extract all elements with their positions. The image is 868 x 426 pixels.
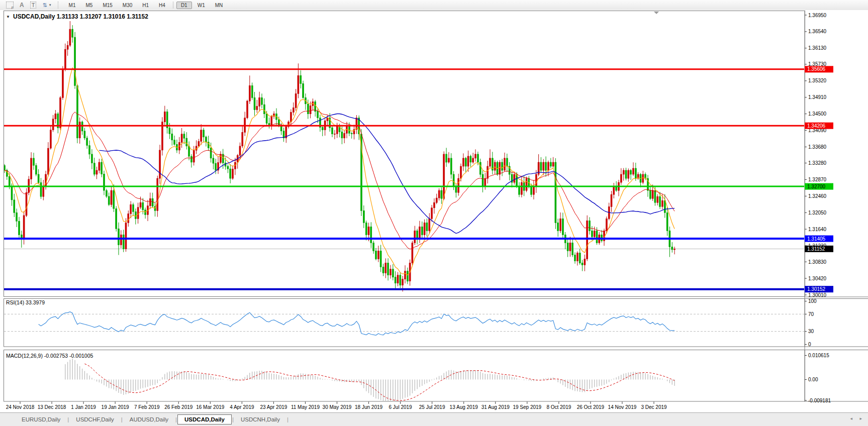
symbol-ohlc-title: USDCAD,Daily 1.31133 1.31207 1.31016 1.3… [13,13,148,20]
top-toolbar: F A T ⇅ ▼ M1M5M15M30H1H4D1W1MN [0,0,868,11]
macd-pane-border [4,350,805,402]
period-separators-icon[interactable]: F [6,2,14,9]
tab-audusd[interactable]: AUDUSD,Daily [123,415,175,424]
price-tick-label: 1.30420 [808,276,827,281]
toolbar-separator [58,2,61,9]
price-plate-1.31405: 1.31405 [805,236,833,242]
timeframe-button-m30[interactable]: M30 [118,2,137,9]
tab-separator: | [286,416,289,422]
price-tick-label: 1.36950 [808,13,827,18]
price-tick-label: 1.34910 [808,94,827,100]
rsi-axis-label: 30 [808,329,814,334]
svg-text:1.31152: 1.31152 [807,246,825,252]
svg-text:1.32700: 1.32700 [807,184,826,189]
rsi-pane[interactable]: RSI(14) 33.397910070300 [4,298,817,347]
macd-label: MACD(12,26,9) -0.002753 -0.001005 [6,353,93,359]
macd-histogram [65,359,674,401]
macd-axis-label: 0.00 [808,377,818,382]
timeframe-button-m15[interactable]: M15 [98,2,117,9]
tab-scroll-arrows[interactable]: ◂ ▸ [850,416,865,421]
price-plate-1.35606: 1.35606 [805,66,833,72]
cycle-arrows-button[interactable]: ⇅ ▼ [42,2,51,9]
ma-fast-line [5,68,674,275]
date-tick-label: 26 Feb 2019 [164,404,193,410]
chart-window[interactable]: ▼USDCAD,Daily 1.31133 1.31207 1.31016 1.… [0,10,868,412]
price-axis[interactable]: 1.369501.365401.361301.357301.353201.349… [805,13,833,298]
date-tick-label: 8 Oct 2019 [546,404,571,410]
cycle-arrows-icon: ⇅ [42,2,47,9]
price-plate-1.34206: 1.34206 [805,123,833,129]
timeframe-button-w1[interactable]: W1 [193,2,210,9]
date-tick-label: 11 May 2019 [291,404,320,410]
price-plate-1.30152: 1.30152 [805,286,833,292]
macd-axis-label: -0.009181 [808,398,831,403]
dropdown-caret-icon: ▼ [49,4,52,7]
symbol-dropdown-icon[interactable]: ▼ [6,15,10,19]
price-tick-label: 1.33680 [808,144,827,150]
price-plate-1.32700: 1.32700 [805,183,833,190]
date-tick-label: 16 Mar 2019 [196,404,225,410]
tab-usdcnh[interactable]: USDCNH,Daily [234,415,286,424]
candlesticks [4,21,676,292]
letter-t-icon[interactable]: T [30,2,37,9]
date-tick-label: 24 Nov 2018 [6,404,35,410]
macd-axis-label: 0.010615 [808,353,829,358]
current-price-plate: 1.31152 [805,246,833,252]
chart-title: ▼USDCAD,Daily 1.31133 1.31207 1.31016 1.… [6,13,148,20]
rsi-line [39,312,675,336]
price-tick-label: 1.33280 [808,160,827,166]
svg-text:1.30152: 1.30152 [807,286,826,292]
date-tick-label: 26 Oct 2019 [577,404,605,410]
timeframe-button-group: M1M5M15M30H1H4D1W1MN [64,2,228,9]
rsi-pane-border [4,299,805,347]
date-tick-label: 14 Nov 2019 [608,404,637,410]
date-tick-label: 6 Jul 2019 [389,404,413,410]
main-pane-border [4,11,805,297]
ma-slow-line [99,114,674,234]
date-tick-label: 19 Sep 2019 [513,404,541,410]
price-tick-label: 1.36130 [808,45,827,51]
timeframe-button-h1[interactable]: H1 [138,2,153,9]
price-tick-label: 1.30010 [808,292,827,298]
price-tick-label: 1.31640 [808,227,827,232]
rsi-label: RSI(14) 33.3979 [6,299,45,305]
tab-eurusd[interactable]: EURUSD,Daily [15,415,67,424]
date-tick-label: 7 Feb 2019 [134,404,160,410]
price-tick-label: 1.32870 [808,177,827,182]
letter-a-icon[interactable]: A [20,2,24,9]
timeframe-button-m1[interactable]: M1 [64,2,80,9]
macd-signal-line [84,364,674,400]
tab-usdcad[interactable]: USDCAD,Daily [177,414,232,424]
timeframe-button-h4[interactable]: H4 [154,2,170,9]
date-tick-label: 31 Aug 2019 [481,404,510,410]
date-tick-label: 4 Apr 2019 [230,404,254,410]
date-tick-label: 23 Apr 2019 [260,404,287,410]
date-tick-label: 3 Dec 2019 [641,404,667,410]
date-tick-label: 1 Jan 2019 [71,404,96,410]
price-tick-label: 1.32460 [808,193,827,199]
rsi-axis-label: 70 [808,311,814,317]
price-tick-label: 1.36540 [808,29,827,34]
price-tick-label: 1.34500 [808,111,827,117]
svg-text:1.35606: 1.35606 [807,66,826,72]
chart-tab-bar: EURUSD,Daily|USDCHF,Daily|AUDUSD,Daily|U… [0,412,868,426]
date-tick-label: 18 Jun 2019 [355,404,382,410]
date-tick-label: 13 Aug 2019 [450,404,478,410]
timeframe-button-mn[interactable]: MN [211,2,228,9]
main-pane[interactable] [4,21,805,292]
svg-text:1.31405: 1.31405 [807,236,826,242]
price-tick-label: 1.35320 [808,78,827,83]
scroll-position-marker-icon [654,12,659,14]
date-tick-label: 19 Jan 2019 [102,404,129,410]
svg-text:1.34206: 1.34206 [807,123,826,129]
timeframe-button-m5[interactable]: M5 [81,2,97,9]
date-tick-label: 25 Jul 2019 [419,404,445,410]
timeframe-button-d1[interactable]: D1 [176,2,192,9]
date-axis[interactable]: 24 Nov 201813 Dec 20181 Jan 201919 Jan 2… [6,402,667,410]
tab-usdchf[interactable]: USDCHF,Daily [69,415,120,424]
price-tick-label: 1.32050 [808,210,827,216]
date-tick-label: 30 May 2019 [323,404,352,410]
date-tick-label: 13 Dec 2018 [38,404,66,410]
price-tick-label: 1.30830 [808,259,827,265]
macd-pane[interactable]: MACD(12,26,9) -0.002753 -0.0010050.01061… [6,353,831,403]
